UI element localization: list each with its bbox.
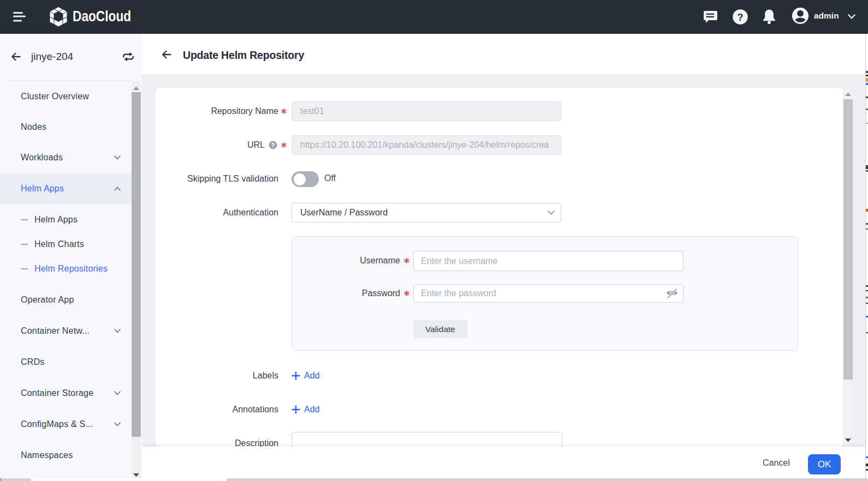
svg-text:?: ?: [271, 142, 275, 148]
svg-text:?: ?: [738, 12, 744, 23]
